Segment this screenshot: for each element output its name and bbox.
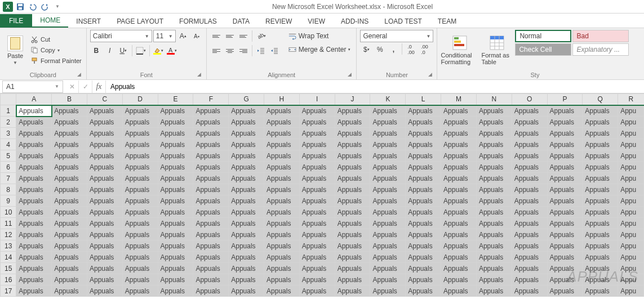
cell[interactable]: Appuals (158, 117, 193, 128)
cell[interactable]: Appuals (264, 218, 300, 229)
cell[interactable]: Appuals (476, 263, 512, 274)
cell[interactable]: Appuals (193, 285, 229, 297)
accounting-format-button[interactable]: $▾ (360, 43, 372, 56)
cell[interactable]: Appuals (335, 195, 370, 207)
cell[interactable]: Appuals (406, 117, 441, 128)
cell[interactable]: Appuals (547, 105, 583, 117)
cell[interactable]: Appuals (16, 150, 52, 162)
cell[interactable]: Appuals (264, 207, 300, 218)
row-header[interactable]: 9 (1, 195, 16, 207)
cell[interactable]: Appu (618, 229, 644, 240)
cell[interactable]: Appuals (583, 218, 618, 229)
cell[interactable]: Appuals (52, 184, 87, 195)
row-header[interactable]: 2 (1, 117, 16, 128)
tab-home[interactable]: HOME (32, 14, 68, 28)
cell[interactable]: Appuals (52, 162, 87, 173)
cell[interactable]: Appuals (52, 218, 87, 229)
percent-format-button[interactable]: % (374, 43, 386, 56)
cell[interactable]: Appuals (547, 150, 583, 162)
cell[interactable]: Appuals (583, 263, 618, 274)
cell[interactable]: Appuals (16, 229, 52, 240)
column-header[interactable]: B (52, 94, 87, 105)
tab-data[interactable]: DATA (225, 15, 257, 28)
cell[interactable]: Appuals (370, 274, 406, 285)
cell[interactable]: Appuals (406, 218, 441, 229)
cell[interactable]: Appuals (476, 162, 512, 173)
tab-insert[interactable]: INSERT (68, 15, 109, 28)
font-name-select[interactable]: Calibri▼ (90, 30, 152, 42)
cell[interactable]: Appuals (16, 139, 52, 150)
cell[interactable]: Appuals (335, 162, 370, 173)
cell[interactable]: Appuals (512, 105, 547, 117)
cell[interactable]: Appuals (122, 240, 158, 252)
borders-button[interactable]: ▾ (135, 44, 147, 57)
cell[interactable]: Appuals (441, 274, 477, 285)
cell[interactable]: Appuals (335, 150, 370, 162)
cell[interactable]: Appuals (512, 252, 547, 263)
undo-icon[interactable] (27, 1, 38, 12)
cell[interactable]: Appuals (193, 252, 229, 263)
cell[interactable]: Appuals (476, 229, 512, 240)
cell[interactable]: Appuals (16, 195, 52, 207)
cell[interactable]: Appuals (547, 139, 583, 150)
cell[interactable]: Appuals (87, 173, 122, 184)
cell[interactable]: Appuals (158, 285, 193, 297)
cell[interactable]: Appuals (122, 263, 158, 274)
cell[interactable]: Appuals (87, 263, 122, 274)
cell[interactable]: Appuals (264, 162, 300, 173)
cell[interactable]: Appuals (512, 274, 547, 285)
cell[interactable]: Appuals (406, 139, 441, 150)
cell[interactable]: Appuals (370, 128, 406, 139)
cell[interactable]: Appuals (512, 195, 547, 207)
cell[interactable]: Appuals (52, 252, 87, 263)
cell[interactable]: Appuals (406, 274, 441, 285)
conditional-formatting-button[interactable]: Conditional Formatting (441, 30, 479, 70)
row-header[interactable]: 5 (1, 150, 16, 162)
cell[interactable]: Appuals (193, 207, 229, 218)
fill-color-button[interactable]: ▾ (152, 44, 165, 57)
cell[interactable]: Appuals (193, 229, 229, 240)
cell[interactable]: Appuals (299, 162, 335, 173)
increase-decimal-button[interactable]: .0.00 (405, 43, 417, 56)
cell[interactable]: Appuals (193, 218, 229, 229)
cell[interactable]: Appuals (406, 184, 441, 195)
cell[interactable]: Appu (618, 285, 644, 297)
cell[interactable]: Appuals (264, 117, 300, 128)
cell[interactable]: Appuals (370, 117, 406, 128)
cell[interactable]: Appuals (583, 184, 618, 195)
cell[interactable]: Appuals (370, 105, 406, 117)
cell[interactable]: Appuals (406, 207, 441, 218)
number-dialog-launcher-icon[interactable]: ◢ (427, 72, 433, 78)
cell[interactable]: Appuals (441, 285, 477, 297)
column-header[interactable]: P (547, 94, 583, 105)
cell[interactable]: Appuals (87, 229, 122, 240)
cell[interactable]: Appuals (370, 195, 406, 207)
cell[interactable]: Appuals (193, 240, 229, 252)
column-header[interactable]: A (16, 94, 52, 105)
cell[interactable]: Appuals (583, 139, 618, 150)
cell[interactable]: Appuals (512, 285, 547, 297)
cell[interactable]: Appuals (193, 139, 229, 150)
cell[interactable]: Appuals (87, 105, 122, 117)
increase-font-icon[interactable]: A▴ (177, 30, 189, 42)
cell[interactable]: Appuals (52, 285, 87, 297)
cell[interactable]: Appuals (122, 229, 158, 240)
cell[interactable]: Appuals (335, 139, 370, 150)
increase-indent-icon[interactable] (268, 44, 281, 57)
cell[interactable]: Appuals (87, 195, 122, 207)
cell[interactable]: Appuals (87, 184, 122, 195)
cell[interactable]: Appuals (370, 263, 406, 274)
cell[interactable]: Appuals (476, 173, 512, 184)
cell[interactable]: Appuals (158, 184, 193, 195)
cell[interactable]: Appuals (158, 139, 193, 150)
cell[interactable]: Appuals (512, 139, 547, 150)
cell[interactable]: Appuals (16, 207, 52, 218)
row-header[interactable]: 6 (1, 162, 16, 173)
cancel-formula-icon[interactable]: ✕ (65, 81, 79, 93)
cell[interactable]: Appuals (547, 128, 583, 139)
formula-input[interactable] (106, 81, 644, 93)
redo-icon[interactable] (39, 1, 51, 12)
cell[interactable]: Appuals (299, 229, 335, 240)
cell[interactable]: Appuals (299, 274, 335, 285)
cell[interactable]: Appuals (335, 252, 370, 263)
